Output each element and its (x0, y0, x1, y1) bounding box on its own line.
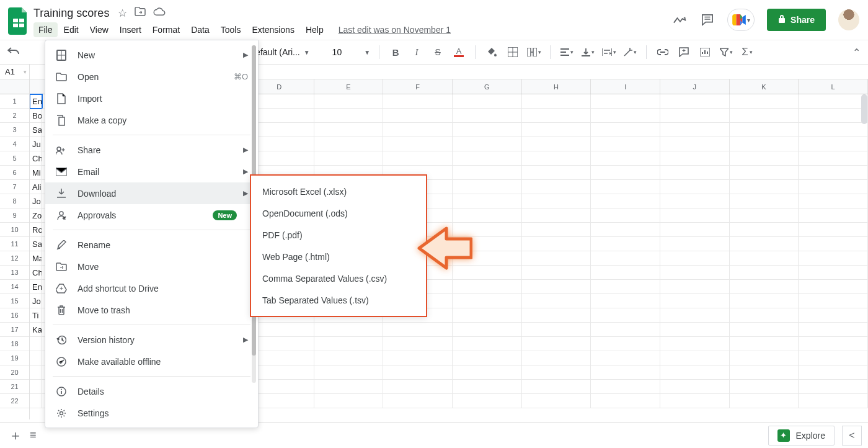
column-header[interactable]: K (730, 79, 799, 94)
file-trash[interactable]: Move to trash (45, 299, 258, 321)
link-button[interactable] (655, 45, 670, 60)
cell[interactable] (453, 94, 522, 109)
cell[interactable] (799, 251, 868, 266)
name-box[interactable]: A1 (0, 65, 30, 79)
file-open[interactable]: Open ⌘O (45, 66, 258, 87)
cell[interactable] (660, 237, 730, 251)
cell[interactable] (314, 380, 384, 394)
cell[interactable] (730, 251, 799, 266)
row-header[interactable]: 18 (0, 337, 29, 351)
cell[interactable] (730, 394, 799, 408)
cell[interactable] (660, 365, 730, 380)
cell[interactable] (30, 351, 42, 365)
font-size-selector[interactable]: 10▼ (332, 47, 370, 57)
cell[interactable] (799, 266, 868, 280)
cell[interactable]: Zo (30, 208, 42, 223)
cell[interactable] (453, 394, 522, 408)
file-share[interactable]: Share ▶ (45, 139, 258, 161)
menu-view[interactable]: View (85, 22, 113, 37)
cell[interactable] (591, 109, 660, 123)
download-tsv[interactable]: Tab Separated Values (.tsv) (251, 289, 426, 311)
cell[interactable] (799, 294, 868, 308)
file-rename[interactable]: Rename (45, 234, 258, 256)
cell[interactable] (591, 308, 660, 323)
cell[interactable] (522, 380, 591, 394)
all-sheets-button[interactable]: ≡ (30, 429, 37, 442)
cell[interactable]: Bo (30, 109, 42, 123)
download-csv[interactable]: Comma Separated Values (.csv) (251, 267, 426, 289)
row-header[interactable]: 19 (0, 351, 29, 365)
cell[interactable] (660, 251, 730, 266)
column-header[interactable]: G (453, 79, 522, 94)
cell[interactable] (591, 151, 660, 166)
bold-button[interactable]: B (388, 45, 403, 60)
file-new[interactable]: New ▶ (45, 44, 258, 66)
cell[interactable] (453, 180, 522, 194)
cell[interactable]: Sa (30, 237, 42, 251)
cell[interactable]: Ch (30, 151, 42, 166)
add-sheet-button[interactable]: ＋ (9, 426, 22, 445)
cell[interactable] (730, 109, 799, 123)
cell[interactable] (660, 337, 730, 351)
cell[interactable] (591, 223, 660, 237)
file-email[interactable]: Email ▶ (45, 161, 258, 182)
cell[interactable] (453, 294, 522, 308)
cell[interactable] (453, 137, 522, 151)
cell[interactable] (383, 151, 453, 166)
cell[interactable] (522, 351, 591, 365)
sheets-logo[interactable] (6, 5, 31, 37)
column-header[interactable]: H (522, 79, 591, 94)
cell[interactable] (660, 180, 730, 194)
download-html[interactable]: Web Page (.html) (251, 246, 426, 267)
cell[interactable] (522, 266, 591, 280)
cell[interactable] (799, 223, 868, 237)
cell[interactable] (730, 208, 799, 223)
cell[interactable] (453, 323, 522, 337)
download-pdf[interactable]: PDF (.pdf) (251, 224, 426, 246)
cell[interactable]: Ch (30, 266, 42, 280)
cell[interactable] (314, 394, 384, 408)
column-header[interactable]: I (591, 79, 660, 94)
borders-button[interactable] (505, 45, 520, 60)
cell[interactable] (730, 337, 799, 351)
cell[interactable] (660, 280, 730, 294)
row-header[interactable]: 9 (0, 208, 29, 223)
cell[interactable] (591, 123, 660, 137)
cell[interactable] (522, 237, 591, 251)
cell[interactable] (591, 365, 660, 380)
cell[interactable]: Ali (30, 180, 42, 194)
cell[interactable] (314, 94, 384, 109)
cell[interactable] (383, 337, 453, 351)
cell[interactable] (799, 194, 868, 208)
cell[interactable] (591, 280, 660, 294)
cell[interactable] (730, 294, 799, 308)
cell[interactable] (453, 365, 522, 380)
account-avatar[interactable] (838, 9, 859, 30)
cell[interactable] (799, 337, 868, 351)
cell[interactable] (799, 237, 868, 251)
cell[interactable]: Ti (30, 308, 42, 323)
cell[interactable]: Ka (30, 323, 42, 337)
cell[interactable] (591, 337, 660, 351)
row-header[interactable]: 5 (0, 151, 29, 166)
cell[interactable] (591, 266, 660, 280)
undo-button[interactable] (7, 47, 20, 58)
cell[interactable] (383, 365, 453, 380)
cell[interactable]: En (30, 94, 42, 109)
cell[interactable] (591, 294, 660, 308)
cell[interactable] (522, 223, 591, 237)
menu-format[interactable]: Format (148, 22, 185, 37)
menu-help[interactable]: Help (301, 22, 329, 37)
select-all-corner[interactable] (0, 79, 29, 94)
cell[interactable] (30, 337, 42, 351)
cell[interactable] (730, 280, 799, 294)
cell[interactable] (383, 380, 453, 394)
row-header[interactable]: 15 (0, 294, 29, 308)
cell[interactable] (730, 308, 799, 323)
menu-file[interactable]: File (33, 22, 58, 37)
cell[interactable] (383, 394, 453, 408)
download-ods[interactable]: OpenDocument (.ods) (251, 202, 426, 224)
cell[interactable] (660, 194, 730, 208)
last-edit-link[interactable]: Last edit was on November 1 (339, 25, 451, 35)
functions-button[interactable]: Σ (740, 45, 755, 60)
